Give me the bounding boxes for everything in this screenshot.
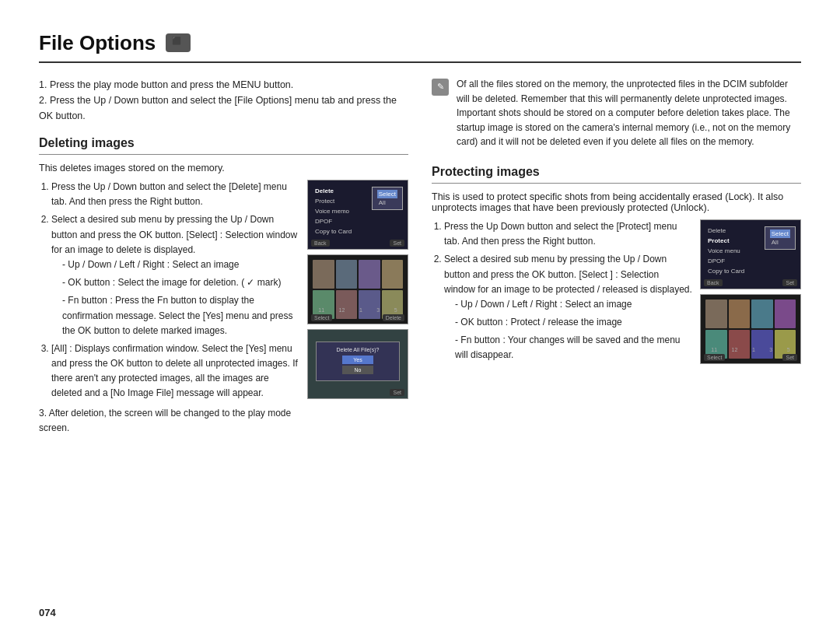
thumb-3: [359, 260, 380, 289]
protecting-steps-text: Press the Up Down button and select the …: [432, 219, 692, 366]
screen1-bottom: Back Set: [308, 240, 408, 247]
menu-item-copy: Copy to Card: [313, 227, 354, 236]
pmenu-item-protect: Protect: [705, 236, 747, 245]
thumb-2: [336, 260, 358, 289]
deleting-steps-container: Press the Up / Down button and select th…: [39, 180, 408, 436]
protect-menu-screen: Delete Protect Voice menu DPOF Copy to C…: [700, 219, 801, 289]
del-step-3: [All] : Displays confirmation window. Se…: [51, 342, 299, 401]
del-step-after: 3. After deletion, the screen will be ch…: [39, 406, 299, 436]
protect-menu-list: Delete Protect Voice menu DPOF Copy to C…: [705, 226, 747, 275]
delete-menu-screen: Delete Protect Voice memo DPOF Copy to C…: [307, 180, 408, 250]
del-sub-3: Fn button : Press the Fn button to displ…: [62, 293, 299, 338]
delete-select-box: Select All: [372, 187, 403, 210]
page-title: File Options: [39, 31, 801, 63]
pset-btn: Set: [782, 279, 797, 286]
delete-btn: Delete: [383, 314, 404, 321]
intro-steps: 1. Press the play mode button and press …: [39, 77, 408, 124]
protect-select-box: Select All: [765, 226, 796, 250]
delete-dialog-screen: Delete All File(s)? Yes No Set: [307, 329, 408, 399]
deleting-steps-text: Press the Up / Down button and select th…: [39, 180, 299, 436]
select-btn: Select: [311, 314, 332, 321]
pfn-btn: Set: [782, 354, 797, 361]
delete-dialog-box: Delete All File(s)? Yes No: [316, 342, 400, 381]
pscreen1-bottom: Back Set: [701, 279, 800, 286]
gallery-progress: 1112135: [311, 307, 404, 313]
pback-btn: Back: [704, 279, 723, 286]
all-option: All: [377, 198, 397, 207]
pthumb-4: [775, 299, 796, 328]
file-options-icon: [166, 33, 191, 52]
del-step-1: Press the Up / Down button and select th…: [51, 180, 299, 209]
pmenu-item-voice: Voice menu: [705, 247, 747, 255]
pmenu-item-delete: Delete: [705, 226, 747, 235]
pall-option: All: [770, 238, 790, 247]
prot-sub-list: Up / Down / Left / Right : Select an ima…: [444, 297, 692, 363]
menu-item-delete: Delete: [313, 187, 354, 195]
delete-gallery-screen: 1112135 Select Delete: [307, 254, 408, 324]
menu-item-protect: Protect: [313, 197, 354, 205]
page-number: 074: [39, 607, 56, 618]
deleting-images-title: Deleting images: [39, 136, 408, 155]
select-option: Select: [377, 190, 397, 198]
dialog-yes-btn: Yes: [342, 356, 373, 364]
del-step-2-sub: Up / Down / Left / Right : Select an ima…: [51, 257, 299, 338]
protect-screens: Delete Protect Voice menu DPOF Copy to C…: [700, 219, 801, 366]
deleting-images-intro: This deletes images stored on the memory…: [39, 163, 408, 173]
prot-step-1: Press the Up Down button and select the …: [444, 219, 692, 249]
protecting-images-title: Protecting images: [432, 165, 801, 184]
menu-item-voice: Voice memo: [313, 207, 354, 215]
page: File Options 1. Press the play mode butt…: [0, 0, 840, 634]
prot-step-2: Select a desired sub menu by pressing th…: [444, 252, 692, 363]
pthumb-1: [705, 299, 727, 328]
del-step-2: Select a desired sub menu by pressing th…: [51, 212, 299, 338]
pthumb-3: [751, 299, 773, 328]
note-icon: ✎: [432, 79, 449, 96]
back-btn: Back: [311, 240, 330, 247]
note-text: Of all the files stored on the memory, t…: [457, 77, 801, 149]
thumb-1: [313, 260, 334, 289]
set-btn: Set: [390, 240, 404, 247]
intro-step-2: 2. Press the Up / Down button and select…: [39, 93, 408, 124]
prot-sub-2: OK button : Protect / release the image: [455, 315, 692, 330]
dialog-title: Delete All File(s)?: [321, 347, 394, 352]
prot-sub-3: Fn button : Your changes will be saved a…: [455, 333, 692, 363]
pselect-btn: Select: [704, 354, 725, 361]
protect-gallery-screen: 1112135 Select Set: [700, 294, 801, 364]
note-box: ✎ Of all the files stored on the memory,…: [432, 77, 801, 149]
left-column: 1. Press the play mode button and press …: [39, 77, 408, 436]
pmenu-item-dpof: DPOF: [705, 257, 747, 265]
pscreen2-bottom: Select Set: [701, 354, 800, 361]
menu-item-dpof: DPOF: [313, 217, 354, 226]
protecting-images-intro: This is used to protect specific shots f…: [432, 191, 801, 213]
delete-screens: Delete Protect Voice memo DPOF Copy to C…: [307, 180, 408, 436]
protecting-steps-container: Press the Up Down button and select the …: [432, 219, 801, 366]
del-sub-1: Up / Down / Left / Right : Select an ima…: [62, 257, 299, 272]
title-text: File Options: [39, 31, 156, 54]
pselect-option: Select: [770, 229, 790, 238]
pmenu-item-copy: Copy to Card: [705, 267, 747, 275]
thumb-4: [382, 260, 404, 289]
del-sub-2: OK button : Select the image for deletio…: [62, 275, 299, 290]
right-column: ✎ Of all the files stored on the memory,…: [432, 77, 801, 436]
intro-step-1: 1. Press the play mode button and press …: [39, 77, 408, 93]
main-content: 1. Press the play mode button and press …: [39, 77, 801, 436]
dialog-set-btn: Set: [390, 389, 404, 396]
prot-sub-1: Up / Down / Left / Right : Select an ima…: [455, 297, 692, 312]
screen2-bottom: Select Delete: [308, 314, 408, 321]
pthumb-2: [729, 299, 751, 328]
protect-gallery-progress: 1112135: [704, 347, 797, 352]
dialog-no-btn: No: [342, 366, 373, 374]
menu-list: Delete Protect Voice memo DPOF Copy to C…: [313, 187, 354, 236]
